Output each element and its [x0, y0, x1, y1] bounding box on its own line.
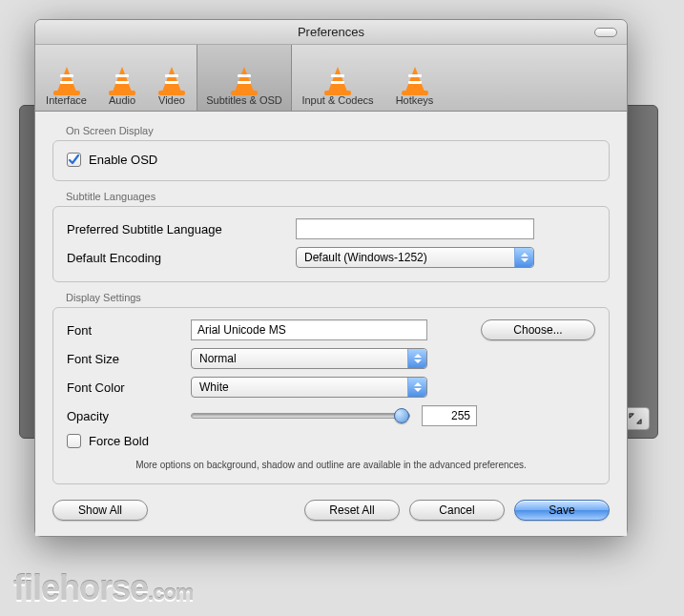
tab-label: Video	[158, 94, 185, 106]
button-label: Choose...	[513, 323, 562, 337]
enable-osd-checkbox[interactable]	[67, 153, 81, 167]
group-lang: Preferred Subtitle Language Default Enco…	[52, 206, 610, 282]
dialog-buttons: Show All Reset All Cancel Save	[52, 494, 610, 521]
chevron-updown-icon	[407, 378, 426, 397]
button-label: Save	[549, 503, 574, 517]
font-size-select[interactable]: Normal	[191, 348, 427, 369]
group-label-display: Display Settings	[66, 292, 610, 303]
filehorse-watermark: filehorse.com	[13, 568, 193, 608]
button-label: Cancel	[439, 503, 474, 517]
font-size-label: Font Size	[67, 352, 191, 366]
cone-icon	[397, 55, 433, 92]
opacity-value-input[interactable]	[422, 405, 477, 426]
slider-knob[interactable]	[394, 408, 409, 423]
select-value: Default (Windows-1252)	[304, 251, 427, 264]
group-label-lang: Subtitle Languages	[66, 191, 610, 202]
tab-interface[interactable]: Interface	[35, 45, 97, 111]
default-encoding-label: Default Encoding	[67, 251, 296, 265]
group-osd: Enable OSD	[52, 140, 610, 181]
chevron-updown-icon	[407, 349, 426, 368]
default-encoding-select[interactable]: Default (Windows-1252)	[296, 247, 534, 268]
tab-audio[interactable]: Audio	[97, 45, 147, 111]
cone-icon	[49, 55, 85, 92]
tab-label: Subtitles & OSD	[206, 94, 281, 106]
tab-label: Interface	[46, 94, 87, 106]
cancel-button[interactable]: Cancel	[409, 500, 505, 521]
titlebar[interactable]: Preferences	[35, 20, 627, 45]
preferences-window: Preferences Interface Audio Video Subtit…	[34, 19, 628, 537]
font-input[interactable]	[191, 319, 427, 340]
cone-icon	[154, 55, 190, 92]
opacity-slider[interactable]	[191, 413, 410, 419]
content-pane: On Screen Display Enable OSD Subtitle La…	[35, 112, 627, 536]
group-label-osd: On Screen Display	[66, 125, 610, 136]
toolbar-pill-button[interactable]	[594, 28, 617, 37]
tab-hotkeys[interactable]: Hotkeys	[383, 45, 446, 111]
force-bold-checkbox[interactable]	[67, 434, 81, 448]
opacity-label: Opacity	[67, 409, 191, 423]
select-value: White	[199, 380, 229, 394]
show-all-button[interactable]: Show All	[52, 500, 148, 521]
preferred-lang-input[interactable]	[296, 218, 534, 239]
advanced-note: More options on background, shadow and o…	[67, 460, 595, 470]
tab-label: Input & Codecs	[301, 94, 373, 106]
cone-icon	[104, 55, 140, 92]
font-color-label: Font Color	[67, 380, 191, 395]
chevron-updown-icon	[514, 248, 533, 267]
enable-osd-label: Enable OSD	[89, 153, 157, 167]
toolbar: Interface Audio Video Subtitles & OSD In…	[35, 45, 627, 112]
cone-icon	[320, 55, 356, 92]
button-label: Show All	[78, 503, 122, 517]
preferred-lang-label: Preferred Subtitle Language	[67, 222, 296, 236]
font-label: Font	[67, 323, 191, 338]
choose-font-button[interactable]: Choose...	[481, 319, 595, 340]
button-label: Reset All	[329, 503, 374, 517]
window-title: Preferences	[298, 25, 364, 39]
reset-all-button[interactable]: Reset All	[304, 500, 400, 521]
tab-subtitles-osd[interactable]: Subtitles & OSD	[197, 45, 292, 111]
tab-label: Audio	[109, 94, 135, 106]
select-value: Normal	[199, 352, 237, 365]
tab-label: Hotkeys	[396, 94, 434, 106]
cone-icon	[226, 55, 262, 92]
tab-video[interactable]: Video	[147, 45, 197, 111]
group-display: Font Choose... Font Size Normal Font Col…	[52, 307, 610, 484]
font-color-select[interactable]: White	[191, 377, 427, 398]
force-bold-label: Force Bold	[89, 434, 149, 448]
tab-input-codecs[interactable]: Input & Codecs	[292, 45, 383, 111]
save-button[interactable]: Save	[514, 500, 610, 521]
